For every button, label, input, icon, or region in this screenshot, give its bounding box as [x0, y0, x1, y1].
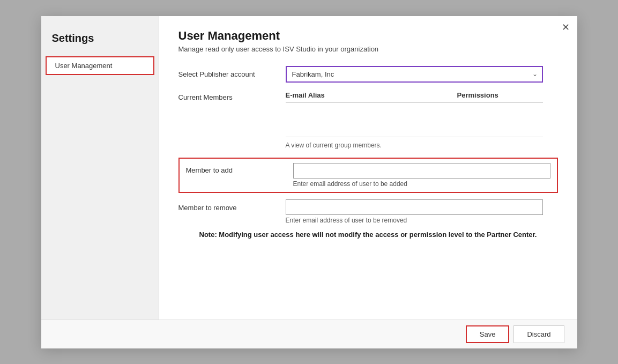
sidebar: Settings User Management — [41, 16, 159, 348]
publisher-row: Select Publisher account Fabrikam, Inc ⌄ — [178, 66, 558, 83]
member-add-input-wrap: Enter email address of user to be added — [293, 163, 550, 188]
publisher-select[interactable]: Fabrikam, Inc — [286, 66, 543, 83]
main-scroll: User Management Manage read only user ac… — [178, 29, 558, 336]
sidebar-title: Settings — [41, 27, 159, 55]
members-table-body — [286, 105, 543, 137]
col-email-header: E-mail Alias — [286, 91, 457, 99]
publisher-control: Fabrikam, Inc ⌄ — [286, 66, 543, 83]
members-info-text: A view of current group members. — [286, 142, 558, 149]
member-add-label: Member to add — [186, 163, 293, 174]
member-remove-label: Member to remove — [178, 199, 286, 212]
sidebar-item-label: User Management — [55, 62, 113, 70]
member-remove-section: Member to remove Enter email address of … — [178, 199, 558, 224]
note-text: Note: Modifying user access here will no… — [178, 231, 558, 239]
members-table-header: E-mail Alias Permissions — [286, 91, 543, 103]
current-members-section: Current Members E-mail Alias Permissions — [178, 91, 558, 137]
close-button[interactable]: ✕ — [562, 23, 570, 32]
modal-footer: Save Discard — [41, 320, 577, 348]
publisher-label: Select Publisher account — [178, 70, 286, 78]
main-content: User Management Manage read only user ac… — [159, 16, 577, 348]
col-permissions-header: Permissions — [457, 91, 543, 99]
sidebar-item-user-management[interactable]: User Management — [46, 56, 154, 75]
member-remove-input-wrap: Enter email address of user to be remove… — [286, 199, 543, 224]
page-title: User Management — [178, 29, 558, 43]
current-members-label: Current Members — [178, 91, 286, 137]
member-remove-input[interactable] — [286, 199, 543, 215]
modal-container: ✕ Settings User Management User Manageme… — [41, 16, 577, 348]
member-remove-hint: Enter email address of user to be remove… — [286, 217, 543, 224]
page-subtitle: Manage read only user access to ISV Stud… — [178, 45, 558, 53]
member-add-section: Member to add Enter email address of use… — [178, 158, 558, 193]
publisher-select-wrapper: Fabrikam, Inc ⌄ — [286, 66, 543, 83]
discard-button[interactable]: Discard — [513, 325, 564, 343]
member-add-hint: Enter email address of user to be added — [293, 180, 550, 188]
members-table: E-mail Alias Permissions — [286, 91, 543, 137]
member-add-input[interactable] — [293, 163, 550, 179]
save-button[interactable]: Save — [466, 325, 510, 343]
